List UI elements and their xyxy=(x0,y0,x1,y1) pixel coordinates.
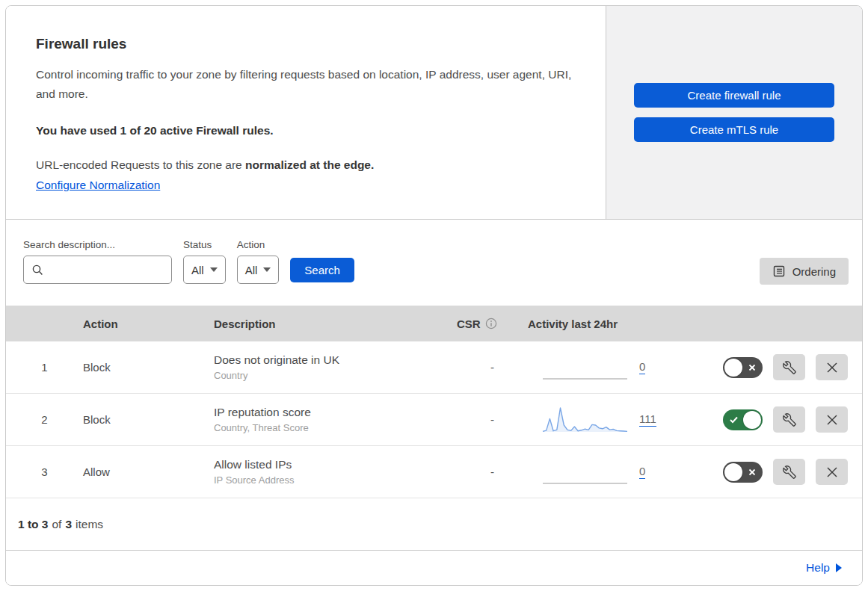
action-select[interactable]: All xyxy=(237,256,280,284)
create-mtls-rule-button[interactable]: Create mTLS rule xyxy=(634,117,834,142)
items-of: of xyxy=(52,518,61,531)
header-activity: Activity last 24hr xyxy=(528,318,715,330)
status-select[interactable]: All xyxy=(183,256,226,284)
toggle-knob xyxy=(743,411,761,429)
delete-rule-button[interactable] xyxy=(816,459,848,485)
search-input[interactable] xyxy=(49,263,164,277)
x-icon xyxy=(748,364,756,371)
edit-rule-button[interactable] xyxy=(773,406,805,433)
rule-priority: 1 xyxy=(6,361,83,374)
rule-action: Block xyxy=(83,361,214,374)
status-filter-group: Status All xyxy=(183,239,226,284)
search-label: Search description... xyxy=(23,239,172,250)
right-triangle-icon xyxy=(836,563,842,572)
rule-csr: - xyxy=(457,361,528,374)
rule-action: Block xyxy=(83,413,214,426)
rule-activity-cell: 111 xyxy=(528,405,715,435)
intro-description: Control incoming traffic to your zone by… xyxy=(36,65,576,104)
x-icon xyxy=(826,466,838,478)
activity-sparkline xyxy=(542,405,628,435)
x-icon xyxy=(826,414,838,426)
list-icon xyxy=(772,264,786,278)
toggle-knob xyxy=(724,463,742,481)
caret-down-icon xyxy=(210,267,218,272)
rule-controls xyxy=(715,459,862,485)
rule-description: IP reputation score xyxy=(214,406,457,419)
help-link-label: Help xyxy=(806,561,830,575)
search-group: Search description... xyxy=(23,239,172,284)
search-icon xyxy=(31,264,44,276)
status-select-value: All xyxy=(191,264,204,276)
intro-section: Firewall rules Control incoming traffic … xyxy=(6,6,862,220)
rule-description: Does not originate in UK xyxy=(214,353,457,367)
rule-description-cell: Allow listed IPs IP Source Address xyxy=(214,458,457,486)
action-label: Action xyxy=(237,239,280,250)
wrench-icon xyxy=(783,361,796,374)
ordering-button-label: Ordering xyxy=(792,265,836,278)
rule-criteria: Country xyxy=(214,370,457,381)
x-icon xyxy=(748,468,756,476)
info-icon[interactable] xyxy=(485,318,497,329)
wrench-icon xyxy=(783,413,796,427)
edit-rule-button[interactable] xyxy=(773,354,805,380)
rule-csr: - xyxy=(457,413,528,426)
pagination-summary: 1 to 3 of 3 items xyxy=(6,498,862,551)
delete-rule-button[interactable] xyxy=(816,406,848,433)
header-csr: CSR xyxy=(457,318,528,330)
intro-text-panel: Firewall rules Control incoming traffic … xyxy=(6,6,606,219)
items-suffix: items xyxy=(76,518,103,531)
filter-bar: Search description... Status All Action xyxy=(6,220,862,306)
configure-normalization-link[interactable]: Configure Normalization xyxy=(36,179,160,191)
x-icon xyxy=(826,362,838,374)
rule-enabled-toggle[interactable] xyxy=(723,462,763,483)
rule-controls xyxy=(715,406,862,433)
rule-description-cell: Does not originate in UK Country xyxy=(214,353,457,381)
table-header-row: Action Description CSR Activity last 24h… xyxy=(6,306,862,341)
activity-sparkline xyxy=(542,353,628,383)
usage-counter: You have used 1 of 20 active Firewall ru… xyxy=(36,124,576,137)
rule-criteria: Country, Threat Score xyxy=(214,422,457,433)
rule-enabled-toggle[interactable] xyxy=(723,357,763,378)
rule-priority: 2 xyxy=(6,413,83,426)
header-description: Description xyxy=(214,318,457,330)
rule-activity-cell: 0 xyxy=(528,353,715,383)
status-label: Status xyxy=(183,239,226,250)
wrench-icon xyxy=(783,465,796,479)
help-bar: Help xyxy=(6,551,862,585)
normalization-note-bold: normalized at the edge. xyxy=(245,158,374,171)
activity-count-link[interactable]: 0 xyxy=(639,465,645,479)
rule-action: Allow xyxy=(83,465,214,478)
items-range: 1 to 3 xyxy=(18,518,48,531)
search-button[interactable]: Search xyxy=(290,258,354,282)
header-csr-label: CSR xyxy=(457,318,481,330)
caret-down-icon xyxy=(263,267,271,272)
rule-activity-cell: 0 xyxy=(528,457,715,487)
rule-enabled-toggle[interactable] xyxy=(723,409,763,430)
table-row: 2 Block IP reputation score Country, Thr… xyxy=(6,394,862,446)
search-box[interactable] xyxy=(23,256,172,284)
activity-sparkline xyxy=(542,457,628,487)
rule-criteria: IP Source Address xyxy=(214,474,457,486)
rule-priority: 3 xyxy=(6,465,83,478)
filter-controls: Search description... Status All Action xyxy=(23,239,354,284)
toggle-knob xyxy=(724,359,742,377)
rule-controls xyxy=(715,354,862,380)
action-select-value: All xyxy=(245,264,258,276)
firewall-rules-page: Firewall rules Control incoming traffic … xyxy=(5,5,863,586)
delete-rule-button[interactable] xyxy=(816,354,848,380)
create-firewall-rule-button[interactable]: Create firewall rule xyxy=(634,83,834,108)
normalization-note: URL-encoded Requests to this zone are no… xyxy=(36,158,576,172)
rule-csr: - xyxy=(457,465,528,478)
activity-count-link[interactable]: 0 xyxy=(639,360,645,374)
items-total: 3 xyxy=(65,518,72,531)
table-row: 3 Allow Allow listed IPs IP Source Addre… xyxy=(6,446,862,498)
edit-rule-button[interactable] xyxy=(773,459,805,485)
rule-description: Allow listed IPs xyxy=(214,458,457,471)
ordering-button[interactable]: Ordering xyxy=(760,258,849,285)
activity-count-link[interactable]: 111 xyxy=(639,412,656,427)
help-link[interactable]: Help xyxy=(806,561,842,575)
page-title: Firewall rules xyxy=(36,36,576,52)
rule-description-cell: IP reputation score Country, Threat Scor… xyxy=(214,406,457,433)
header-action: Action xyxy=(83,318,214,330)
check-icon xyxy=(730,416,738,424)
